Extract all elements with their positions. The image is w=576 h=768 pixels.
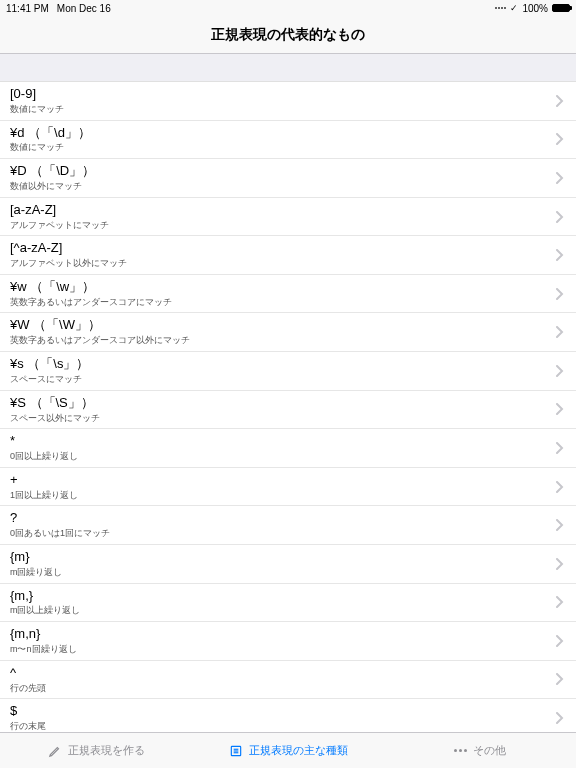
chevron-right-icon [556, 172, 564, 184]
chevron-right-icon [556, 288, 564, 300]
row-title: ¥d （「\d」） [10, 125, 91, 142]
row-subtitle: 1回以上繰り返し [10, 490, 78, 502]
row-subtitle: スペース以外にマッチ [10, 413, 100, 425]
chevron-right-icon [556, 558, 564, 570]
row-title: $ [10, 703, 46, 720]
row-title: ? [10, 510, 110, 527]
row-title: {m,n} [10, 626, 77, 643]
signal-icon [495, 7, 506, 9]
status-right: ✓ 100% [495, 3, 570, 14]
wifi-icon: ✓ [510, 3, 518, 13]
status-bar: 11:41 PM Mon Dec 16 ✓ 100% [0, 0, 576, 16]
list-item[interactable]: [a-zA-Z]アルファベットにマッチ [0, 198, 576, 237]
list-item[interactable]: {m,n}m〜n回繰り返し [0, 622, 576, 661]
chevron-right-icon [556, 481, 564, 493]
row-text: +1回以上繰り返し [10, 472, 78, 502]
row-subtitle: アルファベット以外にマッチ [10, 258, 127, 270]
row-title: + [10, 472, 78, 489]
tab-types[interactable]: 正規表現の主な種類 [192, 733, 384, 768]
row-title: {m,} [10, 588, 81, 605]
list-item[interactable]: [0-9]数値にマッチ [0, 82, 576, 121]
row-text: [^a-zA-Z]アルファベット以外にマッチ [10, 240, 127, 270]
row-title: * [10, 433, 78, 450]
list-icon [229, 744, 243, 758]
header: 正規表現の代表的なもの [0, 16, 576, 54]
list-item[interactable]: $行の末尾 [0, 699, 576, 732]
row-text: ¥S （「\S」）スペース以外にマッチ [10, 395, 100, 425]
list-item[interactable]: ¥S （「\S」）スペース以外にマッチ [0, 391, 576, 430]
tab-label: 正規表現の主な種類 [249, 743, 348, 758]
dots-icon [454, 749, 467, 752]
chevron-right-icon [556, 365, 564, 377]
row-text: ¥d （「\d」）数値にマッチ [10, 125, 91, 155]
row-title: ¥S （「\S」） [10, 395, 100, 412]
chevron-right-icon [556, 95, 564, 107]
row-text: [a-zA-Z]アルファベットにマッチ [10, 202, 109, 232]
row-title: [a-zA-Z] [10, 202, 109, 219]
row-subtitle: 数値にマッチ [10, 104, 64, 116]
row-subtitle: 0回以上繰り返し [10, 451, 78, 463]
list-item[interactable]: ¥D （「\D」）数値以外にマッチ [0, 159, 576, 198]
list-item[interactable]: ¥d （「\d」）数値にマッチ [0, 121, 576, 160]
chevron-right-icon [556, 403, 564, 415]
chevron-right-icon [556, 635, 564, 647]
list-item[interactable]: +1回以上繰り返し [0, 468, 576, 507]
row-text: [0-9]数値にマッチ [10, 86, 64, 116]
row-title: ¥w （「\w」） [10, 279, 172, 296]
row-subtitle: アルファベットにマッチ [10, 220, 109, 232]
chevron-right-icon [556, 211, 564, 223]
list-item[interactable]: *0回以上繰り返し [0, 429, 576, 468]
row-subtitle: 英数字あるいはアンダースコア以外にマッチ [10, 335, 190, 347]
page-title: 正規表現の代表的なもの [211, 26, 365, 44]
row-text: {m}m回繰り返し [10, 549, 63, 579]
tab-create[interactable]: 正規表現を作る [0, 733, 192, 768]
row-subtitle: 数値以外にマッチ [10, 181, 95, 193]
tab-label: 正規表現を作る [68, 743, 145, 758]
row-text: ^行の先頭 [10, 665, 46, 695]
row-text: ¥s （「\s」）スペースにマッチ [10, 356, 89, 386]
row-text: {m,n}m〜n回繰り返し [10, 626, 77, 656]
chevron-right-icon [556, 442, 564, 454]
row-title: [^a-zA-Z] [10, 240, 127, 257]
list-item[interactable]: [^a-zA-Z]アルファベット以外にマッチ [0, 236, 576, 275]
row-title: ¥D （「\D」） [10, 163, 95, 180]
row-subtitle: m回以上繰り返し [10, 605, 81, 617]
row-text: ¥w （「\w」）英数字あるいはアンダースコアにマッチ [10, 279, 172, 309]
tabbar: 正規表現を作る 正規表現の主な種類 その他 [0, 732, 576, 768]
chevron-right-icon [556, 326, 564, 338]
list-item[interactable]: {m}m回繰り返し [0, 545, 576, 584]
list-item[interactable]: ¥w （「\w」）英数字あるいはアンダースコアにマッチ [0, 275, 576, 314]
row-subtitle: m〜n回繰り返し [10, 644, 77, 656]
row-subtitle: 行の末尾 [10, 721, 46, 732]
list-item[interactable]: ^行の先頭 [0, 661, 576, 700]
pencil-icon [48, 744, 62, 758]
status-time: 11:41 PM [6, 3, 49, 14]
list-item[interactable]: ?0回あるいは1回にマッチ [0, 506, 576, 545]
battery-icon [552, 4, 570, 12]
row-text: *0回以上繰り返し [10, 433, 78, 463]
row-subtitle: 行の先頭 [10, 683, 46, 695]
chevron-right-icon [556, 673, 564, 685]
tab-label: その他 [473, 743, 506, 758]
row-text: ¥D （「\D」）数値以外にマッチ [10, 163, 95, 193]
list-item[interactable]: ¥W （「\W」）英数字あるいはアンダースコア以外にマッチ [0, 313, 576, 352]
status-date: Mon Dec 16 [57, 3, 111, 14]
chevron-right-icon [556, 712, 564, 724]
status-left: 11:41 PM Mon Dec 16 [6, 3, 111, 14]
row-title: [0-9] [10, 86, 64, 103]
list-container[interactable]: [0-9]数値にマッチ¥d （「\d」）数値にマッチ¥D （「\D」）数値以外に… [0, 54, 576, 732]
list-item[interactable]: {m,}m回以上繰り返し [0, 584, 576, 623]
row-subtitle: 0回あるいは1回にマッチ [10, 528, 110, 540]
row-title: {m} [10, 549, 63, 566]
row-text: ?0回あるいは1回にマッチ [10, 510, 110, 540]
row-title: ¥W （「\W」） [10, 317, 190, 334]
chevron-right-icon [556, 249, 564, 261]
battery-percent: 100% [522, 3, 548, 14]
row-subtitle: 英数字あるいはアンダースコアにマッチ [10, 297, 172, 309]
row-text: {m,}m回以上繰り返し [10, 588, 81, 618]
chevron-right-icon [556, 133, 564, 145]
list-item[interactable]: ¥s （「\s」）スペースにマッチ [0, 352, 576, 391]
row-title: ¥s （「\s」） [10, 356, 89, 373]
row-text: ¥W （「\W」）英数字あるいはアンダースコア以外にマッチ [10, 317, 190, 347]
tab-other[interactable]: その他 [384, 733, 576, 768]
